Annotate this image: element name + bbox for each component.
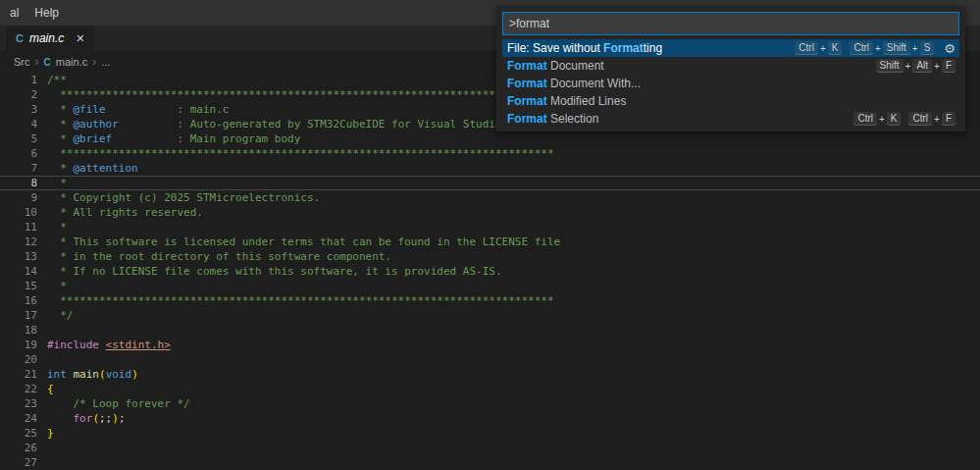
keybinding-chip: K <box>828 41 843 55</box>
command-item[interactable]: Format Modified Lines <box>502 92 959 110</box>
code-text: ****************************************… <box>47 87 554 102</box>
breadcrumb-item-file[interactable]: main.c <box>56 56 87 68</box>
code-line[interactable]: 26 <box>0 441 980 455</box>
command-item[interactable]: Format SelectionCtrl+KCtrl+F <box>502 110 959 128</box>
plus-separator: + <box>820 43 826 54</box>
code-line[interactable]: 7 * @attention <box>0 161 980 176</box>
code-text: * If no LICENSE file comes with this sof… <box>47 264 502 279</box>
line-number: 8 <box>0 176 37 190</box>
keybinding-chord: Ctrl+K <box>795 41 842 55</box>
code-text: */ <box>47 308 74 323</box>
code-line[interactable]: 27 <box>0 455 980 470</box>
line-number: 12 <box>0 235 37 249</box>
keybinding-chip: Shift <box>876 59 903 73</box>
keybinding-chip: F <box>942 112 955 126</box>
code-line[interactable]: 19#include <stdint.h> <box>0 338 980 352</box>
command-list: File: Save without FormattingCtrl+KCtrl+… <box>502 39 959 128</box>
keybinding-chord: Shift+Alt+F <box>876 59 955 73</box>
command-keybinding: Ctrl+KCtrl+Shift+S⚙ <box>795 41 955 56</box>
plus-separator: + <box>912 43 918 54</box>
command-label: File: Save without Formatting <box>507 41 795 55</box>
menu-item-al[interactable]: al <box>2 0 26 26</box>
line-number: 20 <box>0 352 37 367</box>
keybinding-chord: Ctrl+Shift+S <box>850 41 934 55</box>
line-number: 16 <box>0 293 37 308</box>
code-text: ****************************************… <box>47 293 554 308</box>
line-number: 24 <box>0 411 37 426</box>
tab-main-c[interactable]: C main.c ✕ <box>6 26 95 51</box>
c-file-icon: C <box>44 57 51 68</box>
code-line[interactable]: 13 * in the root directory of this softw… <box>0 249 980 264</box>
keybinding-chip: Ctrl <box>853 112 877 126</box>
code-line[interactable]: 11 * <box>0 220 980 235</box>
keybinding-chip: Ctrl <box>850 41 873 55</box>
code-line[interactable]: 17 */ <box>0 308 980 323</box>
code-text: * @brief : Main program body <box>47 131 300 146</box>
chevron-right-icon: › <box>35 56 39 68</box>
line-number: 4 <box>0 117 37 131</box>
code-text: * @attention <box>47 161 138 176</box>
code-line[interactable]: 20 <box>0 352 980 367</box>
keybinding-chip: Shift <box>883 41 910 55</box>
code-line[interactable]: 16 *************************************… <box>0 293 980 308</box>
code-line[interactable]: 18 <box>0 323 980 338</box>
line-number: 3 <box>0 102 37 117</box>
code-text: * Copyright (c) 2025 STMicroelectronics. <box>47 190 320 205</box>
line-number: 19 <box>0 338 37 352</box>
code-line[interactable]: 12 * This software is licensed under ter… <box>0 235 980 249</box>
line-number: 17 <box>0 308 37 323</box>
command-keybinding: Ctrl+KCtrl+F <box>853 112 955 126</box>
line-number: 2 <box>0 87 37 102</box>
code-line[interactable]: 10 * All rights reserved. <box>0 205 980 220</box>
command-input[interactable] <box>502 12 959 35</box>
command-item[interactable]: Format DocumentShift+Alt+F <box>502 57 959 75</box>
code-line[interactable]: 24 for(;;); <box>0 411 980 426</box>
line-number: 1 <box>0 73 37 87</box>
command-label: Format Document With... <box>507 77 955 90</box>
command-label: Format Document <box>507 59 876 73</box>
plus-separator: + <box>934 61 940 72</box>
line-number: 14 <box>0 264 37 279</box>
menu-bar: alHelp <box>2 0 67 26</box>
breadcrumb-item-symbol[interactable]: ... <box>101 56 110 68</box>
code-text: #include <stdint.h> <box>47 338 171 352</box>
code-text: * <box>47 220 67 235</box>
command-item[interactable]: Format Document With... <box>502 75 959 92</box>
chevron-right-icon: › <box>92 56 96 68</box>
breadcrumb-item-src[interactable]: Src <box>14 56 30 68</box>
keybinding-chip: Ctrl <box>908 112 932 126</box>
code-line[interactable]: 5 * @brief : Main program body <box>0 131 980 146</box>
tab-label: main.c <box>29 31 64 45</box>
code-text: * <box>47 176 67 190</box>
code-text: for(;;); <box>47 411 126 426</box>
gear-icon[interactable]: ⚙ <box>944 41 955 56</box>
line-number: 5 <box>0 131 37 146</box>
code-line[interactable]: 21int main(void) <box>0 367 980 382</box>
plus-separator: + <box>934 114 940 125</box>
code-text: * All rights reserved. <box>47 205 203 220</box>
code-line[interactable]: 14 * If no LICENSE file comes with this … <box>0 264 980 279</box>
line-number: 11 <box>0 220 37 235</box>
line-number: 22 <box>0 382 37 396</box>
code-line[interactable]: 25} <box>0 426 980 441</box>
line-number: 15 <box>0 279 37 293</box>
code-line[interactable]: 6 **************************************… <box>0 146 980 161</box>
line-number: 23 <box>0 396 37 411</box>
code-line[interactable]: 9 * Copyright (c) 2025 STMicroelectronic… <box>0 190 980 205</box>
line-number: 25 <box>0 426 37 441</box>
code-line[interactable]: 8 * <box>0 176 980 190</box>
close-icon[interactable]: ✕ <box>76 32 84 45</box>
code-text: ****************************************… <box>47 146 554 161</box>
menu-item-help[interactable]: Help <box>26 0 67 26</box>
keybinding-chip: K <box>887 112 902 126</box>
code-line[interactable]: 15 * <box>0 279 980 293</box>
code-line[interactable]: 22{ <box>0 382 980 396</box>
code-line[interactable]: 23 /* Loop forever */ <box>0 396 980 411</box>
command-item[interactable]: File: Save without FormattingCtrl+KCtrl+… <box>502 39 959 57</box>
code-text: * in the root directory of this software… <box>47 249 391 264</box>
keybinding-chip: F <box>942 59 955 73</box>
plus-separator: + <box>875 43 881 54</box>
code-area[interactable]: 1/**2 **********************************… <box>0 73 980 470</box>
code-text: int main(void) <box>47 367 138 382</box>
code-text: * This software is licensed under terms … <box>47 235 560 249</box>
